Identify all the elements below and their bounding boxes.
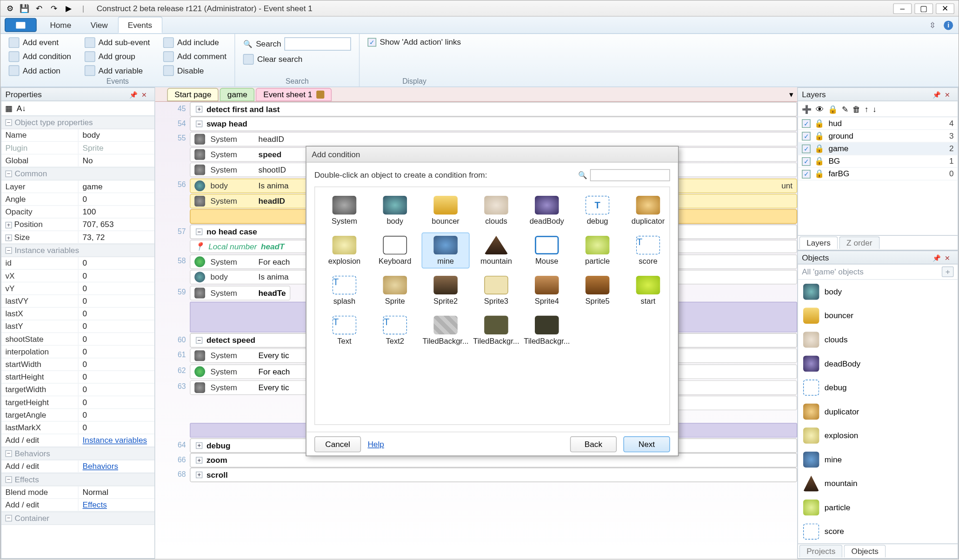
tab-projects[interactable]: Projects xyxy=(799,545,843,557)
add-variable-button[interactable]: Add variable xyxy=(83,65,152,77)
grid-item[interactable]: Tscore xyxy=(624,233,670,268)
pin-icon[interactable] xyxy=(129,90,139,99)
grid-item[interactable]: Tsplash xyxy=(320,273,368,308)
object-item[interactable]: clouds xyxy=(798,328,958,352)
edit-icon[interactable]: ✎ xyxy=(842,104,848,113)
maximize-button[interactable]: ▢ xyxy=(914,3,933,13)
grid-item[interactable]: Sprite3 xyxy=(472,273,520,308)
help-info-icon[interactable]: i xyxy=(944,20,953,30)
grid-item[interactable]: Sprite4 xyxy=(523,273,571,308)
grid-item[interactable]: TiledBackgr... xyxy=(523,313,571,348)
grid-item[interactable]: TText xyxy=(320,313,368,348)
properties-list[interactable]: −Object type properties Namebody PluginS… xyxy=(1,116,154,558)
grid-item[interactable]: TText2 xyxy=(371,313,419,348)
expander-icon[interactable]: − xyxy=(5,119,12,126)
add-layer-icon[interactable]: ➕ xyxy=(802,104,812,113)
event-row[interactable]: SystemheadTe xyxy=(190,286,290,300)
trash-icon[interactable]: 🗑 xyxy=(852,104,860,113)
grid-item[interactable]: explosion xyxy=(320,233,368,268)
run-icon[interactable]: ▶ xyxy=(63,3,74,13)
expander-icon[interactable]: − xyxy=(5,247,12,253)
categorize-icon[interactable]: ▦ xyxy=(5,104,13,113)
tab-zorder[interactable]: Z order xyxy=(839,236,879,249)
layer-visible-checkbox[interactable] xyxy=(802,132,811,140)
eye-icon[interactable]: 👁 xyxy=(816,104,824,113)
tab-events[interactable]: Events xyxy=(118,17,162,33)
search-button[interactable]: Search xyxy=(242,37,353,52)
sort-icon[interactable]: A↓ xyxy=(17,104,26,113)
grid-item[interactable]: Sprite5 xyxy=(573,273,621,308)
undo-icon[interactable]: ↶ xyxy=(34,3,45,13)
lock-icon[interactable]: 🔒 xyxy=(828,104,838,113)
grid-item[interactable]: Tdebug xyxy=(573,193,621,228)
object-item[interactable]: body xyxy=(798,280,958,304)
close-icon[interactable] xyxy=(945,90,954,99)
help-link[interactable]: Help xyxy=(367,439,384,448)
object-item[interactable]: debug xyxy=(798,376,958,400)
grid-item[interactable]: mountain xyxy=(472,233,520,268)
minimize-button[interactable]: – xyxy=(893,3,912,13)
next-button[interactable]: Next xyxy=(623,436,670,452)
instance-variables-link[interactable]: Instance variables xyxy=(78,434,155,447)
tab-objects[interactable]: Objects xyxy=(844,545,886,557)
grid-item[interactable]: particle xyxy=(573,233,621,268)
layer-visible-checkbox[interactable] xyxy=(802,119,811,128)
save-icon[interactable]: 💾 xyxy=(20,3,30,13)
layer-row[interactable]: 🔒BG1 xyxy=(798,155,958,168)
layers-list[interactable]: 🔒hud4🔒ground3🔒game2🔒BG1🔒farBG0 xyxy=(798,117,958,235)
grid-item[interactable]: deadBody xyxy=(523,193,571,228)
close-button[interactable]: ✕ xyxy=(936,3,954,13)
objects-list[interactable]: bodybouncercloudsdeadBodydebugduplicator… xyxy=(798,280,958,543)
add-include-button[interactable]: Add include xyxy=(162,37,228,49)
layer-row[interactable]: 🔒hud4 xyxy=(798,117,958,130)
grid-item[interactable]: mine xyxy=(421,233,469,268)
effects-link[interactable]: Effects xyxy=(78,499,155,511)
add-condition-button[interactable]: Add condition xyxy=(7,51,73,63)
show-add-action-toggle[interactable]: Show 'Add action' links xyxy=(366,37,462,47)
object-item[interactable]: bouncer xyxy=(798,304,958,328)
tab-layers[interactable]: Layers xyxy=(799,236,838,249)
tab-view[interactable]: View xyxy=(81,17,118,33)
layer-visible-checkbox[interactable] xyxy=(802,169,811,178)
disable-button[interactable]: Disable xyxy=(162,65,228,77)
search-input[interactable] xyxy=(285,37,351,51)
file-menu-button[interactable] xyxy=(5,18,37,32)
layer-row[interactable]: 🔒ground3 xyxy=(798,130,958,142)
objects-filter[interactable]: All 'game' objects + xyxy=(798,265,958,280)
expander-icon[interactable]: − xyxy=(5,171,12,177)
dialog-search-input[interactable] xyxy=(590,169,670,181)
close-icon[interactable] xyxy=(945,253,954,262)
tab-game[interactable]: game xyxy=(220,87,255,101)
close-icon[interactable] xyxy=(141,90,151,99)
grid-item[interactable]: clouds xyxy=(472,193,520,228)
redo-icon[interactable]: ↷ xyxy=(49,3,60,13)
grid-item[interactable]: Mouse xyxy=(523,233,571,268)
grid-item[interactable]: Keyboard xyxy=(371,233,419,268)
event-row[interactable]: SystemheadID xyxy=(190,132,797,147)
add-comment-button[interactable]: Add comment xyxy=(162,51,228,63)
object-item[interactable]: mountain xyxy=(798,472,958,496)
layer-visible-checkbox[interactable] xyxy=(802,157,811,166)
add-object-icon[interactable]: + xyxy=(942,267,954,277)
layer-row[interactable]: 🔒farBG0 xyxy=(798,168,958,180)
object-item[interactable]: mine xyxy=(798,447,958,472)
tabs-dropdown-icon[interactable]: ▾ xyxy=(789,90,793,99)
object-item[interactable]: duplicator xyxy=(798,400,958,424)
grid-item[interactable]: TiledBackgr... xyxy=(421,313,469,348)
grid-item[interactable]: duplicator xyxy=(624,193,670,228)
grid-item[interactable]: System xyxy=(320,193,368,228)
tab-close-icon[interactable] xyxy=(316,90,324,98)
group-scroll[interactable]: +scroll xyxy=(190,467,797,482)
object-grid[interactable]: SystembodybouncercloudsdeadBodyTdebugdup… xyxy=(320,193,664,348)
layer-visible-checkbox[interactable] xyxy=(802,144,811,153)
layer-row[interactable]: 🔒game2 xyxy=(798,142,958,155)
object-item[interactable]: deadBody xyxy=(798,352,958,376)
pin-icon[interactable] xyxy=(932,253,942,262)
add-group-button[interactable]: Add group xyxy=(83,51,152,63)
add-action-button[interactable]: Add action xyxy=(7,65,73,77)
tab-event-sheet-1[interactable]: Event sheet 1 xyxy=(256,87,331,101)
object-item[interactable]: particle xyxy=(798,495,958,520)
group-detect-first-last[interactable]: +detect first and last xyxy=(190,102,797,117)
tab-home[interactable]: Home xyxy=(40,17,81,33)
cancel-button[interactable]: Cancel xyxy=(314,436,361,452)
